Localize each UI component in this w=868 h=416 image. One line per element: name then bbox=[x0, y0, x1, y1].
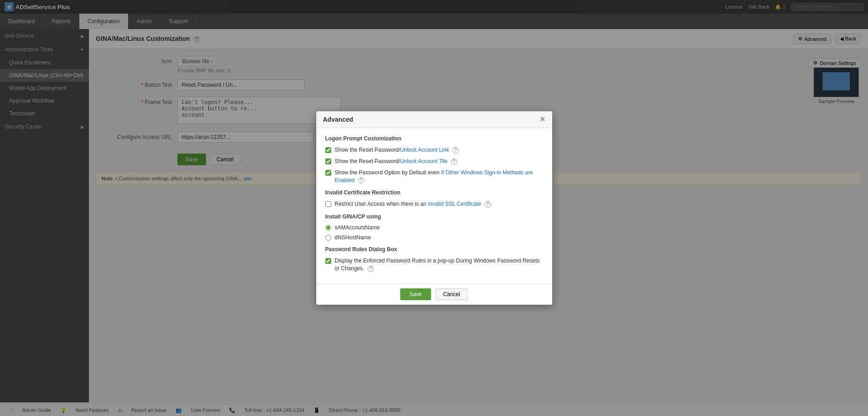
display-password-rules-label: Display the Enforced Password Rules in a… bbox=[335, 257, 543, 272]
sam-account-radio[interactable] bbox=[325, 225, 331, 231]
modal-save-button[interactable]: Save bbox=[400, 288, 431, 300]
dns-host-label: dNSHostName bbox=[335, 234, 371, 241]
modal-header: Advanced ✕ bbox=[316, 111, 552, 128]
password-rules-heading: Password Rules Dialog Box bbox=[325, 246, 543, 253]
restrict-user-label: Restrict User Access when there is an In… bbox=[335, 200, 491, 208]
check-display-password-rules: Display the Enforced Password Rules in a… bbox=[325, 257, 543, 272]
password-option-help-icon[interactable]: ? bbox=[358, 177, 364, 183]
show-reset-tile-checkbox[interactable] bbox=[325, 158, 331, 164]
check-show-password-option: Show the Password Option by Default even… bbox=[325, 169, 543, 184]
logon-prompt-heading: Logon Prompt Customization bbox=[325, 135, 543, 142]
advanced-modal: Advanced ✕ Logon Prompt Customization Sh… bbox=[316, 111, 552, 305]
reset-link-help-icon[interactable]: ? bbox=[452, 147, 459, 154]
show-reset-tile-label: Show the Reset Password/Unlock Account T… bbox=[335, 158, 457, 165]
invalid-cert-heading: Invalid Certificate Restriction bbox=[325, 189, 543, 196]
check-show-reset-tile: Show the Reset Password/Unlock Account T… bbox=[325, 158, 543, 165]
display-password-rules-checkbox[interactable] bbox=[325, 258, 331, 264]
reset-tile-help-icon[interactable]: ? bbox=[451, 158, 457, 165]
password-rules-help-icon[interactable]: ? bbox=[368, 266, 374, 272]
dns-host-radio[interactable] bbox=[325, 235, 331, 241]
modal-close-button[interactable]: ✕ bbox=[539, 116, 545, 123]
modal-footer: Save Cancel bbox=[316, 283, 552, 305]
ssl-help-icon[interactable]: ? bbox=[485, 201, 491, 208]
show-password-option-checkbox[interactable] bbox=[325, 170, 331, 176]
sam-account-label: sAMAccountName bbox=[335, 224, 380, 231]
modal-body: Logon Prompt Customization Show the Rese… bbox=[316, 128, 552, 283]
show-reset-link-label: Show the Reset Password/Unlock Account L… bbox=[335, 146, 459, 154]
modal-overlay[interactable]: Advanced ✕ Logon Prompt Customization Sh… bbox=[0, 0, 868, 402]
modal-title: Advanced bbox=[323, 116, 353, 123]
radio-dns-host: dNSHostName bbox=[325, 234, 543, 241]
show-password-option-label: Show the Password Option by Default even… bbox=[335, 169, 543, 184]
modal-cancel-button[interactable]: Cancel bbox=[436, 288, 468, 300]
radio-sam-account: sAMAccountName bbox=[325, 224, 543, 231]
check-show-reset-link: Show the Reset Password/Unlock Account L… bbox=[325, 146, 543, 154]
install-gina-heading: Install GINA/CP using bbox=[325, 213, 543, 220]
show-reset-link-checkbox[interactable] bbox=[325, 147, 331, 153]
check-restrict-user: Restrict User Access when there is an In… bbox=[325, 200, 543, 208]
restrict-user-checkbox[interactable] bbox=[325, 201, 331, 207]
